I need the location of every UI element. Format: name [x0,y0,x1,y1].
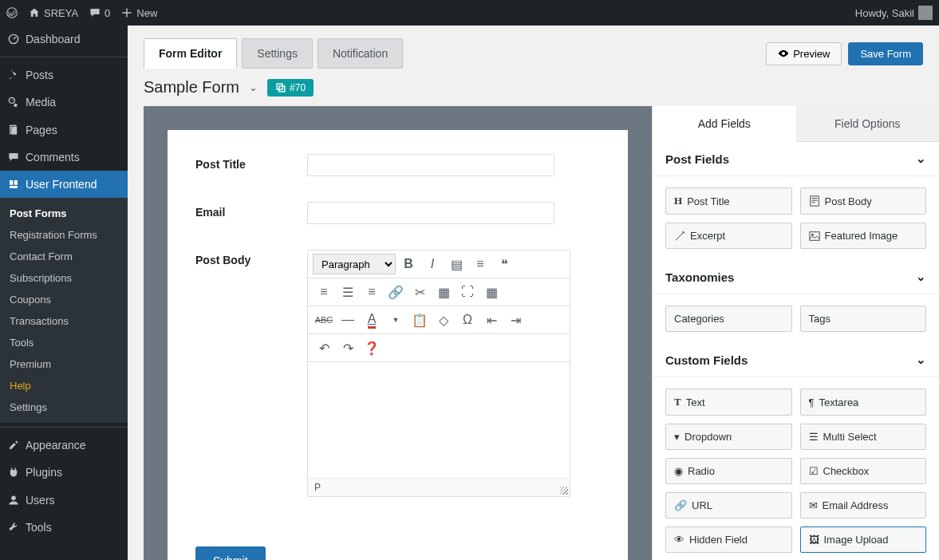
tab-add-fields[interactable]: Add Fields [653,106,796,142]
field-email[interactable]: Email [195,202,600,224]
svg-rect-9 [809,231,819,240]
align-center-icon[interactable]: ☰ [337,281,359,303]
submenu-tools[interactable]: Tools [0,332,128,353]
format-select[interactable]: Paragraph [313,254,396,274]
field-btn-multi-select[interactable]: ☰Multi Select [800,424,927,450]
chevron-down-icon[interactable]: ⌄ [249,81,258,93]
ol-icon[interactable]: ≡ [469,253,491,275]
form-canvas-wrapper[interactable]: Post Title Email Post Body [144,106,652,560]
menu-comments[interactable]: Comments [0,144,128,171]
quote-icon[interactable]: ❝ [493,253,515,275]
chevron-down-icon: ⌄ [916,270,926,284]
tab-form-editor[interactable]: Form Editor [144,38,237,69]
resize-grip[interactable] [560,487,568,495]
comments-link[interactable]: 0 [89,7,110,19]
field-btn-dropdown[interactable]: ▾Dropdown [665,424,792,450]
editor-body[interactable] [308,362,570,478]
new-link[interactable]: New [121,7,157,19]
menu-appearance[interactable]: Appearance [0,432,128,459]
submenu-help[interactable]: Help [0,375,128,396]
help-icon[interactable]: ❓ [361,337,383,359]
greeting[interactable]: Howdy, Sakil [855,6,933,20]
submit-button[interactable]: Submit [195,546,266,560]
align-right-icon[interactable]: ≡ [361,281,383,303]
field-label: Post Title [195,154,307,171]
form-title[interactable]: Sample Form [144,78,239,97]
redo-icon[interactable]: ↷ [337,337,359,359]
menu-plugins[interactable]: Plugins [0,459,128,486]
undo-icon[interactable]: ↶ [313,337,335,359]
tab-notification[interactable]: Notification [318,38,403,69]
section-taxonomies[interactable]: Taxonomies⌄ [653,260,939,294]
italic-icon[interactable]: I [421,253,444,275]
field-btn-email-address[interactable]: ✉Email Address [800,492,927,519]
submenu-settings[interactable]: Settings [0,396,128,418]
bold-icon[interactable]: B [397,253,420,275]
submenu-contact-form[interactable]: Contact Form [0,246,128,267]
menu-users[interactable]: Users [0,487,128,514]
field-post-title[interactable]: Post Title [195,154,600,176]
form-canvas: Post Title Email Post Body [168,130,628,560]
textcolor-icon[interactable]: A [361,309,383,331]
section-custom-fields[interactable]: Custom Fields⌄ [653,343,939,377]
submenu-registration-forms[interactable]: Registration Forms [0,224,128,246]
field-post-body[interactable]: Post Body Paragraph B I ▤ ≡ ❝ [195,250,600,497]
toolbar-toggle-icon[interactable]: ▦ [480,281,503,303]
editor-toolbar-row3: ABC — A ▼ 📋 ◇ Ω ⇤ ⇥ [308,306,570,334]
fullscreen-icon[interactable]: ⛶ [456,281,479,303]
field-btn-categories[interactable]: Categories [665,306,792,332]
indent-icon[interactable]: ⇥ [504,309,527,331]
unlink-icon[interactable]: ✂ [408,281,431,303]
email-input[interactable] [307,202,554,224]
ul-icon[interactable]: ▤ [445,253,468,275]
field-btn-radio[interactable]: ◉Radio [665,458,792,484]
svg-point-2 [9,98,14,104]
clear-icon[interactable]: ◇ [432,309,455,331]
more-icon[interactable]: ▦ [432,281,455,303]
site-link[interactable]: SREYA [29,7,78,19]
menu-user-frontend[interactable]: User Frontend [0,171,128,198]
form-id-badge[interactable]: #70 [267,79,314,97]
field-btn-checkbox[interactable]: ☑Checkbox [800,458,927,484]
link-icon[interactable]: 🔗 [385,281,407,303]
chevron-down-icon: ⌄ [916,152,926,166]
field-btn-featured-image[interactable]: Featured Image [800,223,927,249]
preview-button[interactable]: Preview [766,42,842,65]
field-btn-hidden-field[interactable]: 👁Hidden Field [665,526,792,553]
section-post-fields[interactable]: Post Fields⌄ [653,142,939,176]
wp-logo[interactable] [6,7,18,18]
submenu-coupons[interactable]: Coupons [0,289,128,310]
field-btn-tags[interactable]: Tags [800,306,927,332]
admin-bar: SREYA 0 New Howdy, Sakil [0,0,939,26]
field-btn-image-upload[interactable]: 🖼Image Upload [800,526,927,553]
tab-field-options[interactable]: Field Options [796,106,940,142]
submenu-subscriptions[interactable]: Subscriptions [0,267,128,289]
field-btn-post-title[interactable]: HPost Title [665,187,792,215]
rich-editor: Paragraph B I ▤ ≡ ❝ ≡ [307,250,570,497]
save-form-button[interactable]: Save Form [848,42,923,65]
post-title-input[interactable] [307,154,554,176]
editor-toolbar-row1: Paragraph B I ▤ ≡ ❝ [308,250,570,278]
menu-posts[interactable]: Posts [0,61,128,89]
submenu-premium[interactable]: Premium [0,353,128,375]
outdent-icon[interactable]: ⇤ [480,309,503,331]
tab-settings[interactable]: Settings [242,38,313,69]
field-btn-excerpt[interactable]: Excerpt [665,223,792,249]
menu-media[interactable]: Media [0,89,128,116]
align-left-icon[interactable]: ≡ [313,281,335,303]
submenu-transactions[interactable]: Transactions [0,310,128,332]
field-btn-url[interactable]: 🔗URL [665,492,792,519]
editor-toolbar-row4: ↶ ↷ ❓ [308,334,570,362]
submenu-post-forms[interactable]: Post Forms [0,203,128,224]
textcolor-drop-icon[interactable]: ▼ [385,309,407,331]
field-btn-post-body[interactable]: Post Body [800,187,927,215]
menu-dashboard[interactable]: Dashboard [0,26,128,53]
hr-icon[interactable]: — [337,309,359,331]
char-icon[interactable]: Ω [456,309,479,331]
field-btn-textarea[interactable]: ¶Textarea [800,388,927,416]
menu-pages[interactable]: Pages [0,116,128,144]
menu-tools[interactable]: Tools [0,514,128,541]
strike-icon[interactable]: ABC [313,309,335,331]
field-btn-text[interactable]: TText [665,388,792,416]
paste-icon[interactable]: 📋 [408,309,431,331]
